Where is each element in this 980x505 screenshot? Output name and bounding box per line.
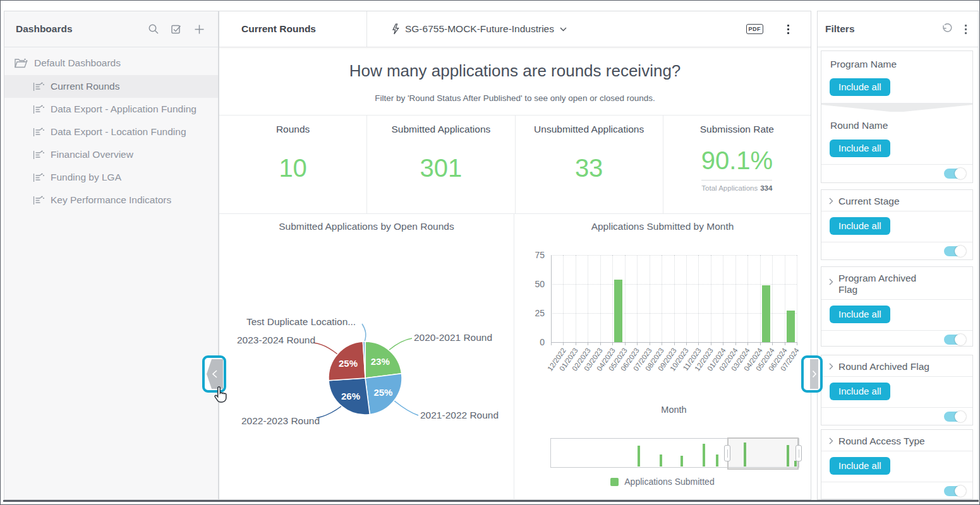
filter-field-program-name: Program Name <box>821 51 972 73</box>
bar-07/2024[interactable] <box>787 311 795 342</box>
filter-toggle-on[interactable] <box>944 335 965 345</box>
x-axis-tick <box>698 343 699 345</box>
chevron-down-icon <box>560 27 567 32</box>
include-all-button[interactable]: Include all <box>830 140 890 157</box>
export-pdf-button[interactable]: PDF <box>746 24 764 34</box>
filter-toggle-on[interactable] <box>944 169 965 179</box>
filter-toggle-on[interactable] <box>944 412 965 422</box>
sidebar-item-data-export-application-funding[interactable]: Data Export - Application Funding <box>4 98 218 121</box>
filter-toggle-row <box>821 330 972 348</box>
filter-card-program-archived-flag: Program Archived Flag Include all <box>821 266 973 347</box>
y-axis-tick-label: 50 <box>514 279 545 289</box>
report-picker-dropdown[interactable]: SG-6755-MOCK-Future-Industries <box>391 23 567 35</box>
filter-field-round-access-type[interactable]: Round Access Type <box>821 430 972 451</box>
sidebar-item-data-export-location-funding[interactable]: Data Export - Location Funding <box>4 121 218 143</box>
filter-field-program-archived-flag[interactable]: Program Archived Flag <box>821 267 929 299</box>
kpi-label: Submitted Applications <box>367 124 514 135</box>
sidebar-item-financial-overview[interactable]: Financial Overview <box>4 143 218 166</box>
pie-percent-label: 26% <box>341 390 360 401</box>
gridline-vertical <box>711 255 711 342</box>
time-range-slider[interactable] <box>550 438 799 468</box>
bar-05/2023[interactable] <box>614 280 622 342</box>
pie-label-2023-2024-round[interactable]: 2023-2024 Round <box>237 335 315 346</box>
include-all-button[interactable]: Include all <box>830 457 890 475</box>
slider-mini-bar <box>660 454 662 466</box>
kpi-value: 90.1% <box>663 146 811 175</box>
pie-label-test-duplicate-location[interactable]: Test Duplicate Location... <box>246 316 356 328</box>
x-axis-tick <box>637 343 638 345</box>
filter-field-current-stage[interactable]: Current Stage <box>821 190 972 211</box>
pie-percent-label: 23% <box>371 355 390 366</box>
kpi-divider <box>701 180 772 181</box>
legend-label: Applications Submitted <box>624 477 714 487</box>
report-name: SG-6755-MOCK-Future-Industries <box>405 23 554 35</box>
include-all-button[interactable]: Include all <box>830 306 890 323</box>
x-axis-tick <box>723 343 723 345</box>
filter-field-label: Program Archived Flag <box>838 273 923 295</box>
slider-selected-range[interactable] <box>727 437 799 470</box>
filter-card-round-access-type: Round Access Type Include all <box>821 429 973 499</box>
bar-chart-x-axis-title: Month <box>551 405 797 415</box>
x-axis-tick <box>772 343 773 345</box>
y-axis-line <box>551 255 552 342</box>
filter-toggle-on[interactable] <box>944 246 965 256</box>
chevron-right-icon <box>829 363 833 370</box>
dashboards-sidebar: Dashboards Default Dashboards Curren <box>4 11 219 500</box>
include-all-button[interactable]: Include all <box>830 383 890 400</box>
sidebar-item-current-rounds[interactable]: Current Rounds <box>4 75 218 98</box>
gridline-vertical <box>785 255 785 342</box>
kpi-label: Unsubmitted Applications <box>516 124 663 135</box>
chevron-right-icon <box>812 370 817 378</box>
filter-group-notch[interactable] <box>821 103 972 112</box>
pie-label-2022-2023-round[interactable]: 2022-2023 Round <box>241 415 320 427</box>
add-dashboard-icon[interactable] <box>193 23 205 35</box>
sidebar-item-key-performance-indicators[interactable]: Key Performance Indicators <box>4 189 218 211</box>
chevron-right-icon <box>829 437 833 444</box>
filter-field-round-archived-flag[interactable]: Round Archived Flag <box>821 355 972 376</box>
filter-toggle-row <box>821 407 972 425</box>
pie-chart-panel: Submitted Applications by Open Rounds 23… <box>219 214 514 500</box>
dashboard-menu-icon[interactable] <box>785 23 792 35</box>
slider-handle-left[interactable] <box>724 445 730 461</box>
bar-05/2024[interactable] <box>762 285 770 342</box>
gridline-vertical <box>625 255 626 342</box>
pie-label-2020-2021-round[interactable]: 2020-2021 Round <box>414 332 492 343</box>
filter-toggle-on[interactable] <box>944 486 965 496</box>
dashboard-header: Current Rounds SG-6755-MOCK-Future-Indus… <box>219 11 811 47</box>
app-window: Dashboards Default Dashboards Curren <box>0 0 980 505</box>
kpi-submitted-applications: Submitted Applications 301 <box>367 116 515 213</box>
kpi-value: 33 <box>516 154 663 182</box>
collapse-left-panel-handle[interactable] <box>202 355 226 393</box>
slider-handle-right[interactable] <box>795 445 802 461</box>
gridline-vertical <box>576 255 576 342</box>
include-all-button[interactable]: Include all <box>830 217 890 235</box>
x-axis-tick <box>674 343 675 345</box>
sidebar-group-default-dashboards[interactable]: Default Dashboards <box>4 47 218 75</box>
include-all-button[interactable]: Include all <box>830 78 890 96</box>
filter-card-round-archived-flag: Round Archived Flag Include all <box>821 355 973 425</box>
multi-select-icon[interactable] <box>170 23 183 35</box>
x-axis-tick <box>551 343 552 345</box>
pie-percent-label: 25% <box>339 358 358 369</box>
kpi-sub-label: Total Applications <box>701 184 758 192</box>
dashboard-question-title: How many applications are rounds receivi… <box>219 61 811 81</box>
sidebar-item-funding-by-lga[interactable]: Funding by LGA <box>4 166 218 189</box>
pie-chart <box>321 334 409 422</box>
bar-chart-title: Applications Submitted by Month <box>514 221 811 232</box>
search-icon[interactable] <box>147 23 160 35</box>
header-divider <box>366 11 367 47</box>
sidebar-item-label: Funding by LGA <box>51 172 121 183</box>
x-axis-tick <box>576 343 576 345</box>
pie-label-2021-2022-round[interactable]: 2021-2022 Round <box>420 410 499 421</box>
reset-filters-icon[interactable] <box>940 23 952 35</box>
y-axis-tick-label: 75 <box>514 250 545 260</box>
pie-percent-label: 25% <box>373 387 392 398</box>
filters-menu-icon[interactable] <box>962 23 969 35</box>
y-axis-tick-label: 0 <box>514 337 545 347</box>
sidebar-header: Dashboards <box>4 11 218 47</box>
gridline-vertical <box>747 255 748 342</box>
dashboard-tab-current-rounds[interactable]: Current Rounds <box>241 23 316 35</box>
filter-toggle-row <box>821 242 972 259</box>
collapse-right-panel-handle[interactable] <box>801 355 823 393</box>
x-axis-tick <box>662 343 662 345</box>
